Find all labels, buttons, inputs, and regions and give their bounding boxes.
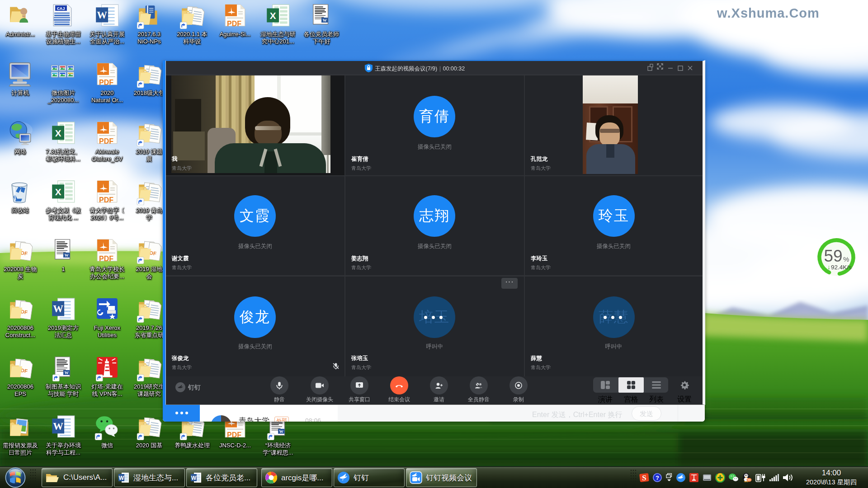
svg-text:W: W: [191, 475, 197, 481]
svg-text:↓: ↓: [827, 263, 830, 271]
svg-text:?: ?: [656, 474, 659, 481]
svg-text:W: W: [119, 475, 124, 481]
svg-text:59: 59: [824, 247, 842, 265]
svg-text:%: %: [843, 255, 849, 263]
svg-text:S: S: [642, 474, 646, 482]
svg-text:92.4K/s: 92.4K/s: [831, 264, 852, 271]
